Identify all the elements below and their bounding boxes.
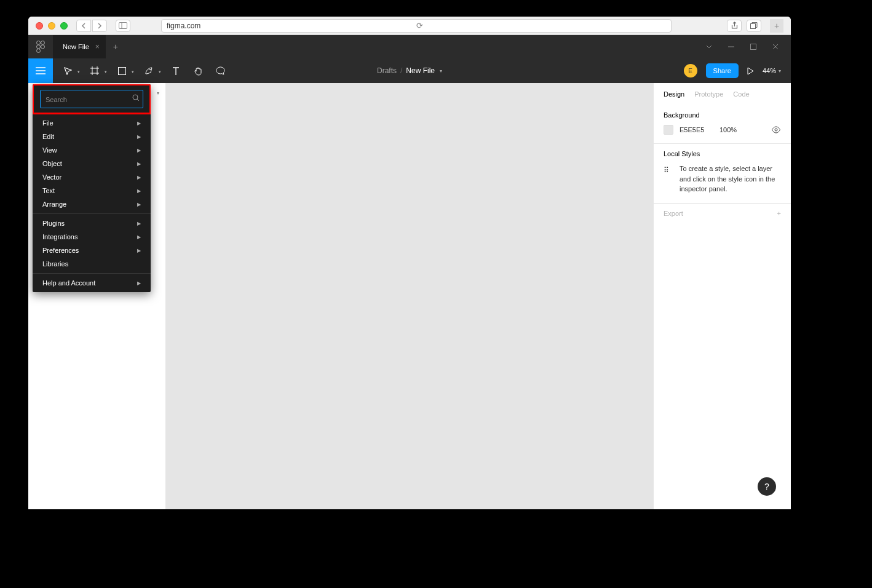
tab-prototype[interactable]: Prototype bbox=[694, 90, 723, 98]
text-tool[interactable] bbox=[166, 61, 186, 81]
svg-point-18 bbox=[149, 69, 151, 70]
present-icon[interactable] bbox=[747, 67, 754, 75]
styles-icon: ⠿ bbox=[664, 164, 672, 194]
color-swatch[interactable] bbox=[664, 125, 673, 135]
comment-tool[interactable] bbox=[210, 61, 230, 81]
svg-rect-9 bbox=[751, 44, 756, 50]
svg-point-4 bbox=[41, 41, 45, 45]
opacity-value[interactable]: 100% bbox=[719, 126, 765, 133]
url-bar[interactable]: figma.com ⟳ bbox=[161, 19, 672, 33]
shape-tool[interactable]: ▾ bbox=[112, 61, 137, 81]
tabs-browser-icon[interactable] bbox=[747, 20, 761, 32]
chevron-right-icon: ▶ bbox=[137, 148, 141, 153]
new-tab-button[interactable]: + bbox=[770, 19, 783, 33]
chevron-right-icon: ▶ bbox=[137, 161, 141, 167]
menu-item-preferences[interactable]: Preferences▶ bbox=[33, 244, 151, 257]
browser-chrome: figma.com ⟳ + bbox=[28, 17, 791, 35]
breadcrumb-parent: Drafts bbox=[377, 66, 397, 75]
chevron-right-icon: ▶ bbox=[137, 134, 141, 140]
canvas[interactable] bbox=[166, 83, 653, 509]
search-icon bbox=[132, 94, 140, 101]
hand-tool[interactable] bbox=[188, 61, 208, 81]
back-button[interactable] bbox=[76, 20, 91, 32]
menu-item-vector[interactable]: Vector▶ bbox=[33, 170, 151, 184]
forward-button[interactable] bbox=[92, 20, 107, 32]
svg-rect-17 bbox=[118, 67, 125, 74]
chevron-right-icon: ▶ bbox=[137, 121, 141, 126]
figma-app: New File × + ▾ ▾ ▾ ▾ bbox=[28, 35, 791, 509]
caret-icon: ▾ bbox=[132, 70, 134, 74]
menu-item-text[interactable]: Text▶ bbox=[33, 184, 151, 197]
tab-label: New File bbox=[63, 43, 89, 50]
move-tool[interactable]: ▾ bbox=[58, 61, 82, 81]
chevron-down-icon[interactable] bbox=[705, 44, 713, 50]
svg-point-20 bbox=[133, 95, 138, 100]
menu-item-help[interactable]: Help and Account▶ bbox=[33, 276, 151, 290]
tab-design[interactable]: Design bbox=[664, 90, 684, 98]
nav-buttons bbox=[76, 20, 107, 32]
fullscreen-window-icon[interactable] bbox=[60, 22, 68, 30]
close-window-icon[interactable] bbox=[36, 22, 43, 30]
avatar[interactable]: E bbox=[684, 64, 697, 77]
background-section: Background E5E5E5 100% bbox=[654, 105, 791, 144]
pen-tool[interactable]: ▾ bbox=[139, 61, 164, 81]
menu-item-object[interactable]: Object▶ bbox=[33, 157, 151, 170]
toolbar: ▾ ▾ ▾ ▾ Drafts / New File ▾ E Share 44% bbox=[28, 58, 791, 83]
share-browser-icon[interactable] bbox=[727, 20, 742, 32]
plus-icon[interactable]: + bbox=[777, 210, 781, 217]
menu-separator bbox=[33, 213, 151, 214]
chevron-right-icon: ▶ bbox=[137, 221, 141, 226]
frame-tool[interactable]: ▾ bbox=[85, 61, 109, 81]
menu-item-plugins[interactable]: Plugins▶ bbox=[33, 217, 151, 230]
chevron-right-icon: ▶ bbox=[137, 188, 141, 194]
close-tab-icon[interactable]: × bbox=[95, 42, 100, 51]
svg-point-5 bbox=[37, 45, 41, 49]
browser-window: figma.com ⟳ + New File × + bbox=[28, 17, 791, 509]
chevron-right-icon: ▶ bbox=[137, 248, 141, 253]
menu-search-highlight bbox=[33, 84, 151, 114]
chevron-right-icon: ▶ bbox=[137, 234, 141, 240]
menu-item-edit[interactable]: Edit▶ bbox=[33, 130, 151, 143]
visibility-icon[interactable] bbox=[771, 126, 781, 133]
menu-item-arrange[interactable]: Arrange▶ bbox=[33, 197, 151, 211]
tab-new-file[interactable]: New File × bbox=[53, 35, 106, 58]
main-menu-dropdown: File▶ Edit▶ View▶ Object▶ Vector▶ Text▶ … bbox=[33, 84, 151, 292]
caret-icon: ▾ bbox=[77, 70, 80, 74]
new-tab-icon[interactable]: + bbox=[106, 42, 125, 52]
menu-item-libraries[interactable]: Libraries bbox=[33, 257, 151, 271]
export-label: Export bbox=[664, 210, 683, 217]
menu-separator bbox=[33, 273, 151, 274]
menu-item-integrations[interactable]: Integrations▶ bbox=[33, 230, 151, 244]
menu-item-view[interactable]: View▶ bbox=[33, 143, 151, 157]
chevron-right-icon: ▶ bbox=[137, 202, 141, 207]
breadcrumb-current: New File bbox=[406, 66, 435, 75]
breadcrumb-separator: / bbox=[400, 66, 402, 75]
chevron-down-icon: ▾ bbox=[440, 68, 442, 74]
breadcrumb[interactable]: Drafts / New File ▾ bbox=[377, 66, 442, 75]
zoom-control[interactable]: 44% ▾ bbox=[763, 67, 781, 74]
share-button[interactable]: Share bbox=[706, 63, 739, 78]
minimize-window-icon[interactable] bbox=[48, 22, 55, 30]
svg-line-21 bbox=[137, 99, 139, 101]
figma-logo-icon[interactable] bbox=[28, 35, 53, 58]
styles-hint: To create a style, select a layer and cl… bbox=[680, 164, 781, 194]
export-section[interactable]: Export + bbox=[654, 204, 791, 223]
minimize-icon[interactable] bbox=[727, 44, 735, 50]
sidebar-toggle-icon[interactable] bbox=[116, 20, 130, 32]
url-text: figma.com bbox=[167, 22, 416, 30]
menu-search-input[interactable] bbox=[46, 96, 128, 103]
maximize-icon[interactable] bbox=[749, 44, 758, 50]
help-button[interactable]: ? bbox=[758, 477, 776, 496]
menu-search[interactable] bbox=[40, 90, 143, 108]
hex-value[interactable]: E5E5E5 bbox=[680, 126, 713, 133]
right-panel: Design Prototype Code Background E5E5E5 … bbox=[653, 83, 791, 509]
main-menu-button[interactable] bbox=[28, 58, 53, 83]
tab-code[interactable]: Code bbox=[733, 90, 749, 98]
menu-item-file[interactable]: File▶ bbox=[33, 116, 151, 130]
reload-icon[interactable]: ⟳ bbox=[416, 21, 666, 30]
section-title: Background bbox=[664, 111, 781, 119]
chevron-right-icon: ▶ bbox=[137, 175, 141, 180]
close-app-icon[interactable] bbox=[771, 44, 780, 50]
chevron-right-icon: ▶ bbox=[137, 280, 141, 286]
local-styles-section: Local Styles ⠿ To create a style, select… bbox=[654, 144, 791, 204]
